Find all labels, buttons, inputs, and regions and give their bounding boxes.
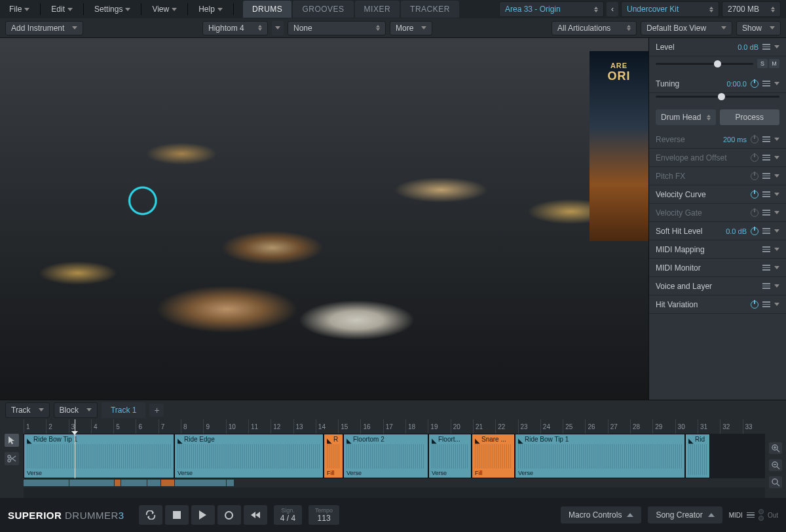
menu-icon[interactable] [747, 512, 755, 518]
piece-nav-button[interactable] [272, 21, 284, 35]
power-icon[interactable] [751, 136, 758, 143]
ruler-tick[interactable]: 20 [451, 419, 473, 434]
menu-icon[interactable] [762, 246, 770, 252]
ruler-tick[interactable]: 8 [181, 419, 203, 434]
minimap-segment[interactable] [161, 480, 174, 486]
slider-thumb[interactable] [714, 60, 721, 67]
power-icon[interactable] [751, 154, 758, 162]
tempo-display[interactable]: Tempo113 [309, 505, 339, 525]
power-icon[interactable] [751, 301, 758, 309]
zoom-fit-button[interactable] [769, 476, 782, 488]
menu-icon[interactable] [762, 136, 770, 142]
memory-display[interactable]: 2700 MB [722, 1, 781, 17]
clip[interactable]: ◣Ride Bow Tip 1Verse [24, 434, 174, 478]
loop-button[interactable] [139, 505, 162, 525]
show-dropdown[interactable]: Show [736, 21, 781, 35]
minimap-segment[interactable] [227, 480, 234, 486]
drum-kit-viewport[interactable]: AREORI [0, 38, 648, 400]
more-dropdown[interactable]: More [390, 21, 432, 35]
menu-icon[interactable] [762, 283, 770, 289]
level-slider[interactable] [656, 63, 753, 65]
clip[interactable]: ◣Rid [685, 434, 710, 478]
menu-edit[interactable]: Edit [47, 2, 77, 16]
ruler-tick[interactable]: 22 [495, 419, 517, 434]
library-dropdown[interactable]: Area 33 - Origin [499, 1, 604, 17]
menu-settings[interactable]: Settings [90, 2, 134, 16]
clip-lane[interactable]: ◣Ride Bow Tip 1Verse◣Ride EdgeVerse◣RFil… [24, 434, 765, 478]
minimap-segment[interactable] [115, 480, 121, 486]
ruler-tick[interactable]: 23 [518, 419, 540, 434]
ruler-tick[interactable]: 15 [338, 419, 360, 434]
sound-dropdown[interactable]: None [288, 21, 386, 35]
menu-icon[interactable] [762, 301, 770, 307]
menu-icon[interactable] [762, 191, 770, 197]
ruler-tick[interactable]: 33 [743, 419, 765, 434]
drumhead-dropdown[interactable]: Drum Head [656, 109, 716, 125]
articulations-dropdown[interactable]: All Articulations [552, 21, 637, 35]
piece-dropdown[interactable]: Hightom 4 [202, 21, 268, 35]
soft-hit-value[interactable]: 0.0 dB [726, 227, 747, 235]
minimap-segment[interactable] [121, 480, 147, 486]
track-mode-dropdown[interactable]: Track [5, 402, 50, 418]
clip[interactable]: ◣Floort...Verse [428, 434, 472, 478]
ruler-tick[interactable]: 19 [428, 419, 450, 434]
ruler-tick[interactable]: 21 [473, 419, 495, 434]
ruler-tick[interactable]: 16 [360, 419, 383, 434]
chevron-down-icon[interactable] [774, 211, 779, 214]
menu-icon[interactable] [762, 155, 770, 161]
menu-icon[interactable] [762, 81, 770, 86]
power-icon[interactable] [751, 209, 758, 217]
ruler-tick[interactable]: 13 [293, 419, 316, 434]
ruler-tick[interactable]: 25 [563, 419, 585, 434]
reverse-value[interactable]: 200 ms [723, 136, 747, 143]
minimap-segment[interactable] [69, 480, 114, 486]
chevron-down-icon[interactable] [774, 266, 779, 269]
ruler-tick[interactable]: 6 [136, 419, 158, 434]
menu-icon[interactable] [762, 173, 770, 179]
chevron-down-icon[interactable] [774, 174, 779, 178]
add-track-button[interactable]: + [149, 404, 164, 417]
menu-icon[interactable] [762, 228, 770, 234]
ruler-tick[interactable]: 12 [271, 419, 293, 434]
chevron-down-icon[interactable] [774, 303, 779, 306]
menu-icon[interactable] [762, 265, 770, 271]
power-icon[interactable] [751, 80, 758, 88]
clip[interactable]: ◣RFill [324, 434, 343, 478]
ruler-tick[interactable]: 31 [698, 419, 720, 434]
pointer-tool[interactable] [5, 434, 19, 447]
ruler-tick[interactable]: 32 [720, 419, 742, 434]
ruler-tick[interactable]: 9 [203, 419, 225, 434]
zoom-out-button[interactable] [769, 459, 782, 471]
clip[interactable]: ◣Ride EdgeVerse [174, 434, 324, 478]
song-creator-button[interactable]: Song Creator [648, 506, 722, 523]
chevron-down-icon[interactable] [774, 284, 779, 288]
view-dropdown[interactable]: Default Box View [641, 21, 732, 35]
ruler-tick[interactable]: 29 [652, 419, 675, 434]
clip[interactable]: ◣Ride Bow Tip 1Verse [515, 434, 685, 478]
menu-icon[interactable] [762, 44, 770, 50]
zoom-in-button[interactable] [769, 442, 782, 454]
tab-tracker[interactable]: TRACKER [401, 1, 459, 18]
ruler-tick[interactable]: 5 [113, 419, 136, 434]
ruler-tick[interactable]: 30 [675, 419, 698, 434]
level-value[interactable]: 0.0 dB [738, 43, 758, 51]
rewind-button[interactable] [244, 505, 267, 525]
stop-button[interactable] [165, 505, 189, 525]
menu-help[interactable]: Help [195, 2, 227, 16]
menu-icon[interactable] [762, 210, 770, 216]
tab-drums[interactable]: DRUMS [243, 1, 292, 18]
power-icon[interactable] [751, 172, 758, 180]
ruler-tick[interactable]: 27 [608, 419, 630, 434]
ruler-tick[interactable]: 2 [46, 419, 68, 434]
minimap[interactable] [24, 478, 765, 487]
clip[interactable]: ◣Floortom 2Verse [343, 434, 428, 478]
tuning-slider[interactable] [656, 96, 779, 98]
kit-dropdown[interactable]: Undercover Kit [621, 1, 719, 17]
chevron-down-icon[interactable] [774, 248, 779, 251]
clip[interactable]: ◣Snare ...Fill [472, 434, 515, 478]
chevron-down-icon[interactable] [774, 82, 779, 85]
mute-button[interactable]: M [769, 59, 779, 68]
ruler-tick[interactable]: 4 [91, 419, 113, 434]
ruler-tick[interactable]: 24 [540, 419, 563, 434]
track-tab[interactable]: Track 1 [102, 402, 146, 418]
